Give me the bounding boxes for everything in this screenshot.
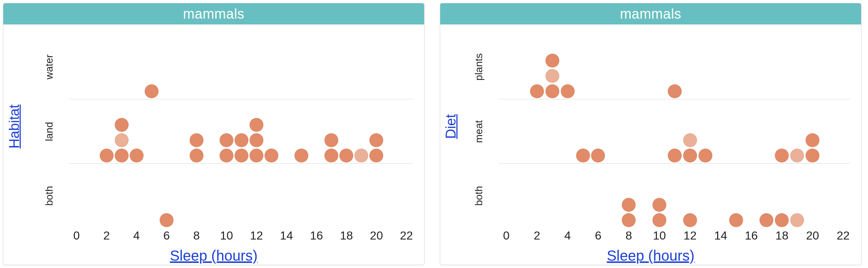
data-dot[interactable]: [369, 149, 383, 162]
data-dot[interactable]: [115, 118, 129, 132]
x-tick: 14: [714, 229, 727, 242]
data-dot[interactable]: [775, 213, 789, 227]
data-dot[interactable]: [760, 213, 773, 227]
data-dot[interactable]: [160, 213, 174, 227]
data-dot[interactable]: [545, 84, 559, 98]
row-divider: [499, 99, 850, 99]
data-dot[interactable]: [145, 84, 159, 98]
data-dot[interactable]: [354, 149, 368, 162]
x-tick: 10: [220, 229, 233, 242]
data-dot[interactable]: [250, 149, 263, 162]
data-dot[interactable]: [250, 133, 263, 147]
data-dot[interactable]: [683, 213, 697, 227]
data-dot[interactable]: [294, 149, 308, 162]
data-dot[interactable]: [545, 69, 559, 83]
x-tick: 4: [133, 229, 140, 242]
data-dot[interactable]: [324, 133, 338, 147]
plot-region: Diet bothmeatplants 0246810121416182022 …: [440, 24, 861, 265]
data-dot[interactable]: [115, 133, 129, 147]
x-tick: 8: [625, 229, 632, 242]
data-dot[interactable]: [729, 213, 743, 227]
x-tick: 0: [503, 229, 510, 242]
data-dot[interactable]: [806, 149, 819, 162]
x-axis-link[interactable]: Sleep (hours): [170, 248, 258, 264]
data-dot[interactable]: [324, 149, 338, 162]
data-dot[interactable]: [235, 149, 248, 162]
data-dot[interactable]: [698, 149, 712, 162]
data-dot[interactable]: [652, 198, 666, 212]
x-tick: 22: [837, 229, 850, 242]
x-tick: 16: [310, 229, 323, 242]
data-dot[interactable]: [683, 133, 697, 147]
panel-title: mammals: [440, 3, 861, 24]
data-dot[interactable]: [790, 213, 804, 227]
x-tick: 8: [193, 229, 200, 242]
data-dot[interactable]: [220, 149, 233, 162]
data-dot[interactable]: [190, 133, 203, 147]
x-tick: 10: [653, 229, 666, 242]
y-category-labels: bothmeatplants: [466, 35, 492, 228]
x-tick: 2: [534, 229, 540, 242]
x-tick: 2: [103, 229, 110, 242]
data-dot[interactable]: [545, 54, 559, 68]
page: mammals Habitat bothlandwater 0246810121…: [0, 0, 868, 268]
data-dot[interactable]: [561, 84, 575, 98]
data-dot[interactable]: [668, 84, 682, 98]
plot-region: Habitat bothlandwater 024681012141618202…: [3, 24, 424, 265]
x-tick: 20: [806, 229, 819, 242]
x-tick: 18: [340, 229, 353, 242]
x-tick: 0: [73, 229, 80, 242]
data-dot[interactable]: [576, 149, 590, 162]
data-dot[interactable]: [668, 149, 682, 162]
plot-area: [69, 35, 413, 228]
data-dot[interactable]: [806, 133, 819, 147]
x-tick: 4: [564, 229, 571, 242]
data-dot[interactable]: [530, 84, 544, 98]
row-divider: [499, 163, 850, 164]
data-dot[interactable]: [622, 213, 636, 227]
data-dot[interactable]: [190, 149, 203, 162]
data-dot[interactable]: [683, 149, 697, 162]
data-dot[interactable]: [115, 149, 129, 162]
x-axis-title: Sleep (hours): [3, 248, 424, 264]
row-divider: [69, 99, 413, 99]
data-dot[interactable]: [235, 133, 248, 147]
x-tick: 6: [595, 229, 602, 242]
panel-title: mammals: [3, 3, 424, 24]
data-dot[interactable]: [339, 149, 353, 162]
data-dot[interactable]: [100, 149, 114, 162]
data-dot[interactable]: [369, 133, 383, 147]
x-tick-row: 0246810121416182022: [69, 229, 413, 244]
data-dot[interactable]: [775, 149, 789, 162]
x-tick: 18: [776, 229, 789, 242]
x-tick: 12: [250, 229, 263, 242]
row-divider: [69, 163, 413, 164]
x-tick: 16: [745, 229, 758, 242]
data-dot[interactable]: [652, 213, 666, 227]
plot-area: [499, 35, 850, 228]
x-tick: 20: [370, 229, 383, 242]
panel-habitat: mammals Habitat bothlandwater 0246810121…: [3, 3, 425, 265]
data-dot[interactable]: [591, 149, 605, 162]
x-tick-row: 0246810121416182022: [499, 229, 850, 244]
data-dot[interactable]: [264, 149, 278, 162]
data-dot[interactable]: [220, 133, 233, 147]
x-axis-link[interactable]: Sleep (hours): [607, 248, 694, 264]
x-tick: 12: [684, 229, 697, 242]
y-category-labels: bothlandwater: [36, 35, 62, 228]
data-dot[interactable]: [790, 149, 804, 162]
x-tick: 6: [163, 229, 170, 242]
x-tick: 22: [400, 229, 413, 242]
panel-diet: mammals Diet bothmeatplants 024681012141…: [440, 3, 861, 265]
data-dot[interactable]: [622, 198, 636, 212]
x-axis-title: Sleep (hours): [440, 248, 861, 264]
data-dot[interactable]: [130, 149, 144, 162]
data-dot[interactable]: [250, 118, 263, 132]
x-tick: 14: [280, 229, 293, 242]
